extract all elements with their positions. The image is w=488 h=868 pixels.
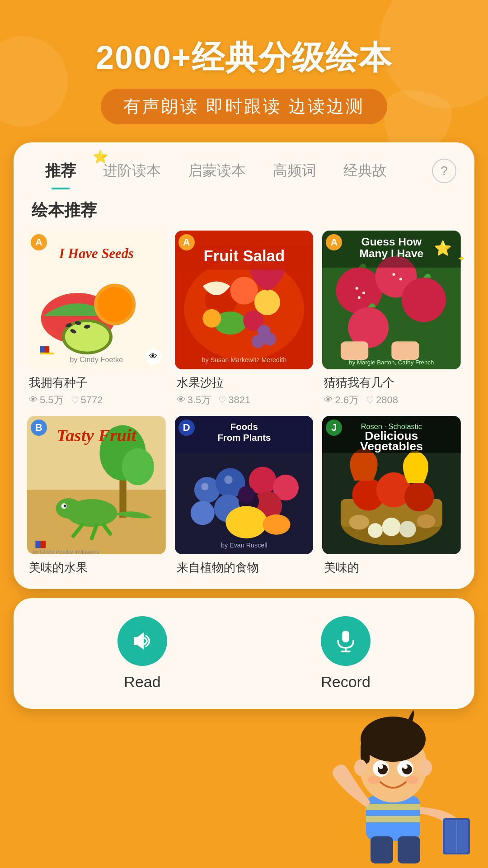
svg-rect-41 bbox=[392, 341, 419, 360]
stat-views-guess: 👁 2.6万 bbox=[324, 393, 359, 407]
svg-point-50 bbox=[122, 448, 155, 485]
level-badge-fruit-salad: A bbox=[178, 234, 195, 250]
svg-point-71 bbox=[201, 483, 208, 490]
tab-classic[interactable]: 经典故 bbox=[330, 156, 400, 185]
svg-point-82 bbox=[404, 482, 434, 511]
svg-text:I Have Seeds: I Have Seeds bbox=[59, 246, 134, 261]
svg-rect-14 bbox=[45, 346, 49, 353]
level-badge-vegetables: J bbox=[326, 420, 342, 436]
book-cover-fruit-salad: Fruit Salad by Susan Markowitz Meredith … bbox=[175, 231, 314, 369]
eye-icon-seeds[interactable]: 👁 bbox=[145, 349, 161, 365]
svg-point-86 bbox=[349, 514, 370, 529]
book-item-foods-plants[interactable]: Foods From Plants by Evan Ruscell D 来自植物… bbox=[175, 416, 314, 576]
tab-beginner[interactable]: 启蒙读本 bbox=[174, 156, 259, 185]
svg-point-72 bbox=[224, 476, 232, 484]
main-card: ⭐ 推荐 进阶读本 启蒙读本 高频词 经典故 ? 绘本推荐 bbox=[14, 142, 474, 589]
likes-icon: ♡ bbox=[71, 395, 79, 406]
svg-rect-117 bbox=[398, 836, 420, 863]
svg-point-111 bbox=[368, 776, 380, 784]
book-cover-seeds: I Have Seeds by Cindy Foetke A 👁 bbox=[27, 231, 166, 369]
svg-point-84 bbox=[399, 521, 416, 538]
help-button[interactable]: ? bbox=[432, 159, 456, 183]
tab-recommended[interactable]: 推荐 bbox=[32, 156, 89, 186]
record-button[interactable]: Record bbox=[321, 616, 371, 691]
svg-point-85 bbox=[368, 523, 383, 538]
svg-point-33 bbox=[402, 278, 446, 322]
read-label: Read bbox=[124, 673, 160, 691]
svg-text:by Susan Markowitz Meredith: by Susan Markowitz Meredith bbox=[202, 356, 286, 363]
svg-point-112 bbox=[406, 776, 418, 784]
tab-highfreq[interactable]: 高频词 bbox=[259, 156, 330, 185]
svg-point-52 bbox=[56, 498, 81, 519]
svg-point-26 bbox=[258, 325, 271, 338]
read-circle bbox=[117, 616, 167, 666]
section-title: 绘本推荐 bbox=[14, 186, 474, 231]
svg-point-109 bbox=[379, 764, 383, 769]
main-title: 2000+经典分级绘本 bbox=[0, 36, 488, 80]
book-grid: I Have Seeds by Cindy Foetke A 👁 我拥有种子 👁… bbox=[14, 231, 474, 576]
svg-point-87 bbox=[417, 514, 436, 528]
read-button[interactable]: Read bbox=[117, 616, 167, 691]
svg-text:Fruit Salad: Fruit Salad bbox=[203, 247, 285, 264]
book-stats-fruit-salad: 👁 3.5万 ♡ 3821 bbox=[175, 393, 314, 407]
character-illustration bbox=[307, 687, 479, 868]
book-item-seeds[interactable]: I Have Seeds by Cindy Foetke A 👁 我拥有种子 👁… bbox=[27, 231, 166, 407]
svg-text:by Cindy Foetke: by Cindy Foetke bbox=[70, 355, 123, 363]
subtitle-wrap: 有声朗读 即时跟读 边读边测 bbox=[101, 89, 387, 124]
svg-point-83 bbox=[382, 518, 401, 536]
book-name-fruit-salad: 水果沙拉 bbox=[175, 375, 314, 391]
views-icon-2: 👁 bbox=[177, 395, 186, 405]
svg-point-69 bbox=[225, 506, 267, 538]
book-name-foods-plants: 来自植物的食物 bbox=[175, 560, 314, 576]
svg-rect-57 bbox=[41, 541, 46, 548]
svg-text:Vegetables: Vegetables bbox=[360, 439, 423, 453]
svg-text:From Plants: From Plants bbox=[217, 432, 271, 443]
svg-point-38 bbox=[393, 273, 395, 276]
svg-point-39 bbox=[399, 278, 402, 280]
views-icon: 👁 bbox=[29, 395, 38, 405]
tab-bar: ⭐ 推荐 进阶读本 启蒙读本 高频词 经典故 ? bbox=[14, 142, 474, 186]
tab-advanced[interactable]: 进阶读本 bbox=[89, 156, 174, 185]
svg-point-23 bbox=[202, 309, 221, 328]
book-item-guess[interactable]: Guess How Many I Have by Margie Barton, … bbox=[322, 231, 461, 407]
book-cover-vegetables: Rosen · Scholastic Delicious Vegetables … bbox=[322, 416, 461, 555]
svg-point-70 bbox=[263, 514, 290, 534]
microphone-icon bbox=[333, 629, 358, 653]
level-badge-seeds: A bbox=[31, 234, 47, 250]
svg-point-104 bbox=[419, 760, 432, 776]
svg-text:by Margie Barton, Cathy French: by Margie Barton, Cathy French bbox=[349, 359, 434, 366]
stat-views-fruit-salad: 👁 3.5万 bbox=[177, 393, 211, 407]
book-cover-tasty-fruit: Tasty Fruit by Cindy Poetke Imllusions B bbox=[27, 416, 166, 555]
book-item-vegetables[interactable]: Rosen · Scholastic Delicious Vegetables … bbox=[322, 416, 461, 576]
svg-text:Many I Have: Many I Have bbox=[360, 247, 424, 259]
svg-rect-97 bbox=[366, 804, 420, 810]
svg-rect-116 bbox=[371, 836, 393, 863]
svg-text:Guess How: Guess How bbox=[361, 236, 422, 248]
book-item-fruit-salad[interactable]: Fruit Salad by Susan Markowitz Meredith … bbox=[175, 231, 314, 407]
deco-star-1: ⭐ bbox=[434, 240, 452, 257]
book-stats-seeds: 👁 5.5万 ♡ 5772 bbox=[27, 393, 166, 407]
svg-point-20 bbox=[254, 289, 280, 315]
views-icon-3: 👁 bbox=[324, 395, 333, 405]
svg-rect-98 bbox=[366, 816, 420, 822]
book-name-seeds: 我拥有种子 bbox=[27, 375, 166, 391]
svg-point-54 bbox=[64, 505, 66, 507]
svg-rect-15 bbox=[40, 353, 54, 354]
book-name-guess: 猜猜我有几个 bbox=[322, 375, 461, 391]
record-circle bbox=[321, 616, 371, 666]
book-cover-foods-plants: Foods From Plants by Evan Ruscell D bbox=[175, 416, 314, 555]
svg-point-17 bbox=[184, 258, 304, 360]
svg-text:by Evan Ruscell: by Evan Ruscell bbox=[221, 542, 267, 549]
stat-likes-seeds: ♡ 5772 bbox=[71, 393, 103, 407]
book-item-tasty-fruit[interactable]: Tasty Fruit by Cindy Poetke Imllusions B… bbox=[27, 416, 166, 576]
svg-point-68 bbox=[238, 486, 255, 503]
svg-point-35 bbox=[356, 287, 358, 290]
stat-likes-fruit-salad: ♡ 3821 bbox=[218, 393, 250, 407]
svg-text:Foods: Foods bbox=[230, 421, 258, 431]
header: 2000+经典分级绘本 有声朗读 即时跟读 边读边测 bbox=[0, 0, 488, 142]
svg-point-103 bbox=[354, 760, 367, 776]
level-badge-tasty-fruit: B bbox=[31, 420, 47, 436]
svg-rect-92 bbox=[342, 631, 349, 642]
svg-point-19 bbox=[230, 277, 258, 304]
speaker-icon bbox=[130, 629, 155, 653]
